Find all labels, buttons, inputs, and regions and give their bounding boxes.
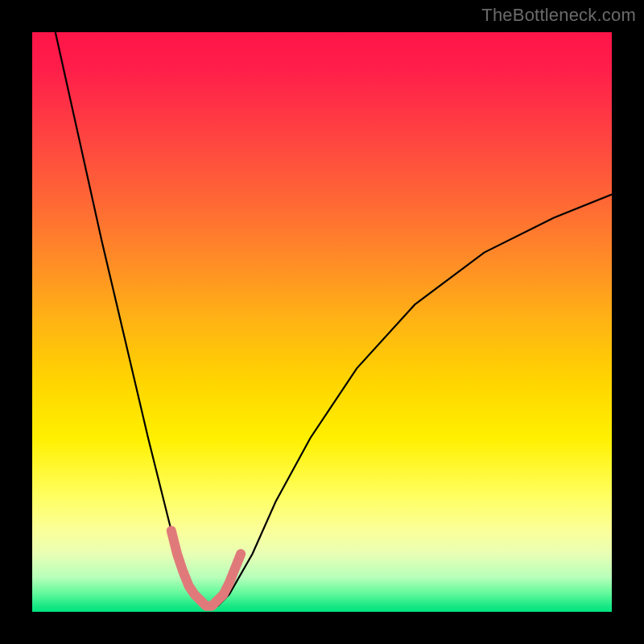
curve-layer <box>32 32 612 612</box>
chart-frame: TheBottleneck.com <box>0 0 644 644</box>
plot-area <box>32 32 612 612</box>
watermark-text: TheBottleneck.com <box>481 5 636 26</box>
optimum-marker <box>171 530 241 606</box>
bottleneck-curve <box>56 32 612 606</box>
